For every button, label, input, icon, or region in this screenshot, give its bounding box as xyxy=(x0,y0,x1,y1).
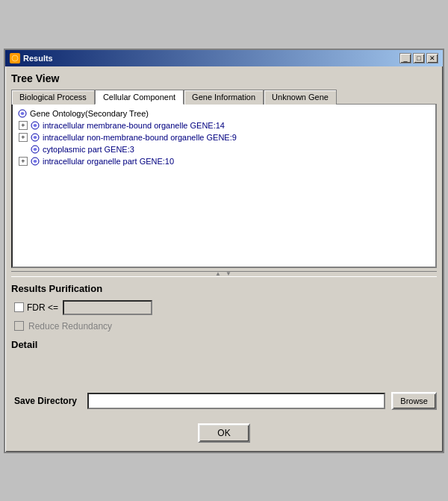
expand-icon-4[interactable]: + xyxy=(19,157,28,166)
fdr-input[interactable] xyxy=(63,300,152,315)
minimize-button[interactable]: _ xyxy=(399,53,411,63)
results-purification-section: Results Purification FDR <= Reduce Redun… xyxy=(11,280,437,413)
svg-point-10 xyxy=(34,160,37,163)
browse-button[interactable]: Browse xyxy=(391,392,437,410)
divider-handle[interactable]: ▲ ▼ xyxy=(11,271,437,277)
tree-item-2: + intracellular non-membrane-bound organ… xyxy=(16,131,432,143)
detail-title: Detail xyxy=(11,339,437,350)
tree-item-4: + intracellular organelle part GENE:10 xyxy=(16,155,432,167)
gene-ontology-icon xyxy=(17,108,28,119)
fdr-row: FDR <= xyxy=(11,300,437,315)
tree-view-title: Tree View xyxy=(11,72,437,84)
window-icon xyxy=(10,53,20,63)
organelle-icon-1 xyxy=(30,120,40,131)
tree-item-root: Gene Ontology(Secondary Tree) xyxy=(16,108,432,119)
tree-item-1: + intracellular membrane-bound organelle… xyxy=(16,119,432,131)
detail-content xyxy=(11,355,437,385)
expand-icon-1[interactable]: + xyxy=(19,121,28,130)
maximize-button[interactable]: □ xyxy=(413,53,425,63)
tab-biological-process[interactable]: Biological Process xyxy=(11,90,95,105)
fdr-label: FDR <= xyxy=(27,302,58,313)
svg-point-2 xyxy=(21,112,24,115)
tab-container: Biological Process Cellular Component Ge… xyxy=(11,89,437,104)
reduce-redundancy-row: Reduce Redundancy xyxy=(11,321,437,332)
svg-point-0 xyxy=(12,55,18,61)
close-button[interactable]: ✕ xyxy=(426,53,438,63)
divider-dots: ▲ ▼ xyxy=(215,270,233,277)
tree-item-3-label: cytoplasmic part GENE:3 xyxy=(43,145,134,154)
organelle-icon-2 xyxy=(30,132,40,143)
title-bar-left: Results xyxy=(10,53,53,63)
results-window: Results _ □ ✕ Tree View Biological Proce… xyxy=(4,49,444,453)
tree-panel: Gene Ontology(Secondary Tree) + intracel… xyxy=(11,104,437,268)
tab-cellular-component[interactable]: Cellular Component xyxy=(95,90,184,105)
save-directory-label: Save Directory xyxy=(14,396,81,406)
tree-root-label: Gene Ontology(Secondary Tree) xyxy=(30,109,149,118)
results-purification-title: Results Purification xyxy=(11,283,437,294)
detail-section: Detail xyxy=(11,339,437,385)
tree-item-1-label: intracellular membrane-bound organelle G… xyxy=(43,121,225,130)
fdr-checkbox[interactable] xyxy=(14,302,24,312)
organelle-icon-4 xyxy=(30,156,40,167)
reduce-redundancy-label: Reduce Redundancy xyxy=(28,321,112,332)
save-directory-input[interactable] xyxy=(87,393,385,409)
tree-item-2-label: intracellular non-membrane-bound organel… xyxy=(43,133,237,142)
tree-item-3: cytoplasmic part GENE:3 xyxy=(16,143,432,155)
fdr-checkbox-wrapper: FDR <= xyxy=(14,302,58,313)
tree-item-4-label: intracellular organelle part GENE:10 xyxy=(43,157,174,166)
svg-point-6 xyxy=(34,136,37,139)
svg-point-4 xyxy=(34,124,37,127)
title-buttons: _ □ ✕ xyxy=(399,53,438,63)
svg-point-8 xyxy=(34,148,37,151)
organelle-icon-3 xyxy=(30,144,40,155)
expand-icon-2[interactable]: + xyxy=(19,133,28,142)
reduce-redundancy-checkbox[interactable] xyxy=(14,321,24,331)
tab-gene-information[interactable]: Gene Information xyxy=(184,90,264,105)
ok-button[interactable]: OK xyxy=(198,423,249,443)
tab-unknown-gene[interactable]: Unknown Gene xyxy=(264,90,337,105)
ok-row: OK xyxy=(11,423,437,443)
window-body: Tree View Biological Process Cellular Co… xyxy=(5,66,443,452)
title-bar: Results _ □ ✕ xyxy=(5,50,443,66)
save-directory-row: Save Directory Browse xyxy=(11,392,437,410)
window-title: Results xyxy=(23,54,53,63)
